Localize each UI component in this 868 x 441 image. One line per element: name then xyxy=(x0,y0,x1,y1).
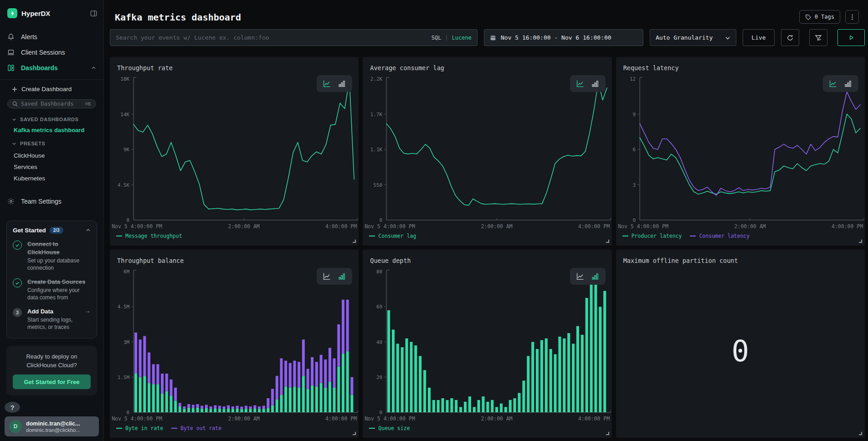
panel-title: Request latency xyxy=(616,57,865,72)
page-title: Kafka metrics dashboard xyxy=(115,12,865,23)
sidebar-item-kafka-metrics-dashboard[interactable]: Kafka metrics dashboard xyxy=(14,127,96,133)
resize-handle-icon[interactable] xyxy=(606,432,609,435)
legend-item[interactable]: Consumer latency xyxy=(690,233,750,239)
legend-label: Producer latency xyxy=(632,233,682,239)
sidebar-item-clickhouse[interactable]: ClickHouse xyxy=(7,150,96,161)
svg-text:2:00:00 AM: 2:00:00 AM xyxy=(228,415,260,422)
legend-swatch xyxy=(369,236,375,236)
saved-dashboards-section-header[interactable]: SAVED DASHBOARDS xyxy=(12,117,96,122)
legend-swatch xyxy=(690,236,696,236)
event-search-input[interactable]: Search your events w/ Lucene ex. column:… xyxy=(110,29,478,46)
bar-chart-icon[interactable] xyxy=(338,80,346,87)
legend-item[interactable]: Producer latency xyxy=(622,233,682,239)
more-options-button[interactable] xyxy=(845,10,859,24)
bar-chart-icon[interactable] xyxy=(338,272,346,280)
shortcut-badge: ⌘K xyxy=(85,101,91,107)
legend-swatch xyxy=(171,428,177,429)
legend-item[interactable]: Queue size xyxy=(369,425,410,431)
chart-plot[interactable]: 05501.1K1.7K2.2KNov 5 4:00:00 PM2:00:00 … xyxy=(363,73,611,232)
line-chart-icon[interactable] xyxy=(323,272,331,280)
chart-legend: Consumer lag xyxy=(363,232,611,246)
section-label: SAVED DASHBOARDS xyxy=(20,117,79,122)
help-button[interactable]: ? xyxy=(5,402,20,413)
live-button[interactable]: Live xyxy=(743,29,775,46)
resize-handle-icon[interactable] xyxy=(859,240,862,243)
line-chart-icon[interactable] xyxy=(576,272,584,280)
date-range-value: Nov 5 16:00:00 - Nov 6 16:00:00 xyxy=(501,34,611,41)
sidebar-item-services[interactable]: Services xyxy=(7,161,96,173)
resize-handle-icon[interactable] xyxy=(353,240,356,243)
svg-text:Nov 5 4:00:00 PM: Nov 5 4:00:00 PM xyxy=(112,415,162,422)
chart-plot[interactable]: 04.5K9K14K18KNov 5 4:00:00 PM2:00:00 AM4… xyxy=(110,73,359,232)
chart-type-toolbar xyxy=(570,268,606,285)
plus-icon xyxy=(12,87,17,92)
svg-text:6M: 6M xyxy=(123,269,130,275)
calendar-icon xyxy=(490,35,496,41)
granularity-select[interactable]: Auto Granularity xyxy=(650,29,736,46)
lucene-toggle[interactable]: Lucene xyxy=(452,35,472,41)
sql-toggle[interactable]: SQL xyxy=(431,35,442,41)
panel-max-offline-partition-count: Maximum offline partition count 0 xyxy=(616,250,865,438)
user-account-chip[interactable]: D dominic.tran@clic... dominic.tran@clic… xyxy=(5,416,99,436)
svg-text:9: 9 xyxy=(632,112,636,118)
legend-item[interactable]: Byte in rate xyxy=(116,425,163,431)
legend-label: Byte in rate xyxy=(125,425,163,431)
svg-text:2:00:00 AM: 2:00:00 AM xyxy=(228,223,260,230)
get-started-step-sources[interactable]: Create Data Sources Configure where your… xyxy=(13,277,91,301)
metric-value: 0 xyxy=(616,264,865,438)
sidebar-collapse-icon[interactable] xyxy=(90,10,97,17)
get-started-step-add-data[interactable]: 3 Add Data Start sending logs, metrics, … xyxy=(13,307,91,331)
bar-chart-icon[interactable] xyxy=(591,80,599,87)
resize-handle-icon[interactable] xyxy=(606,240,609,243)
panel-request-latency: Request latency 036912Nov 5 4:00:00 PM2:… xyxy=(616,57,865,246)
svg-text:6: 6 xyxy=(632,147,636,153)
step-number-badge: 3 xyxy=(13,308,22,317)
create-dashboard-button[interactable]: Create Dashboard xyxy=(0,83,103,95)
line-chart-icon[interactable] xyxy=(576,80,584,87)
saved-dashboards-search-input[interactable]: Saved Dashboards ⌘K xyxy=(7,99,96,108)
date-range-picker[interactable]: Nov 5 16:00:00 - Nov 6 16:00:00 xyxy=(484,29,643,46)
chart-type-toolbar xyxy=(570,75,606,92)
line-chart-icon[interactable] xyxy=(323,80,331,87)
legend-item[interactable]: Byte out rate xyxy=(171,425,221,431)
chevron-up-icon[interactable] xyxy=(86,228,91,233)
line-chart-icon[interactable] xyxy=(829,80,837,87)
resize-handle-icon[interactable] xyxy=(353,432,356,435)
sidebar-item-label: Dashboards xyxy=(21,64,58,72)
chart-plot[interactable]: 01.5M3M4.5M6MNov 5 4:00:00 PM2:00:00 AM4… xyxy=(110,266,359,424)
svg-text:18K: 18K xyxy=(120,76,129,82)
sidebar-item-alerts[interactable]: Alerts xyxy=(0,29,103,45)
main-content: Kafka metrics dashboard 0 Tags Search yo… xyxy=(104,0,868,441)
run-query-button[interactable] xyxy=(837,29,865,46)
legend-label: Message throughput xyxy=(125,233,182,239)
legend-item[interactable]: Consumer lag xyxy=(369,233,416,239)
sidebar-item-dashboards[interactable]: Dashboards xyxy=(0,60,103,76)
bar-chart-icon[interactable] xyxy=(844,80,852,87)
resize-handle-icon[interactable] xyxy=(859,432,862,435)
legend-item[interactable]: Message throughput xyxy=(116,233,182,239)
svg-text:20: 20 xyxy=(376,374,382,380)
sidebar-item-kubernetes[interactable]: Kubernetes xyxy=(7,173,96,184)
bar-chart-icon[interactable] xyxy=(591,272,599,280)
chevron-down-icon xyxy=(12,141,16,146)
tag-icon xyxy=(805,14,811,20)
chart-plot[interactable]: 036912Nov 5 4:00:00 PM2:00:00 AM4:00:00 … xyxy=(616,73,865,232)
svg-text:9K: 9K xyxy=(123,147,130,153)
panel-title: Maximum offline partition count xyxy=(616,250,865,264)
get-started-free-button[interactable]: Get Started for Free xyxy=(13,374,91,389)
sidebar-item-team-settings[interactable]: Team Settings xyxy=(0,196,103,207)
filter-button[interactable] xyxy=(809,29,827,46)
tags-button[interactable]: 0 Tags xyxy=(799,10,840,24)
presets-section-header[interactable]: PRESETS xyxy=(12,141,96,146)
refresh-button[interactable] xyxy=(781,29,799,46)
user-name: dominic.tran@clic... xyxy=(26,420,80,427)
step-desc: Start sending logs, metrics, or traces xyxy=(27,316,81,331)
panel-title: Queue depth xyxy=(363,250,611,264)
sidebar-item-client-sessions[interactable]: Client Sessions xyxy=(0,45,103,60)
get-started-step-connect[interactable]: Connect to ClickHouse Set up your databa… xyxy=(13,240,91,272)
svg-text:4:00:00 PM: 4:00:00 PM xyxy=(325,223,357,230)
svg-text:1.5M: 1.5M xyxy=(118,374,130,380)
svg-text:Nov 5 4:00:00 PM: Nov 5 4:00:00 PM xyxy=(112,223,162,230)
chart-plot[interactable]: 020406080Nov 5 4:00:00 PM2:00:00 AM4:00:… xyxy=(363,266,611,424)
legend-swatch xyxy=(116,428,122,429)
